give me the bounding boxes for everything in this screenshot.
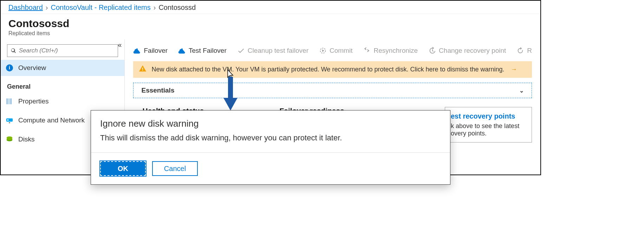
toolbar-more: R	[516, 47, 532, 55]
essentials-label: Essentials	[141, 87, 174, 94]
recovery-points-card[interactable]: est recovery points k above to see the l…	[445, 107, 532, 142]
breadcrumb: Dashboard › ContosoVault - Replicated it…	[1, 1, 540, 14]
search-icon	[11, 48, 16, 53]
page-subtitle: Replicated items	[8, 30, 533, 37]
svg-rect-5	[9, 122, 10, 124]
svg-rect-12	[228, 77, 233, 99]
cancel-button[interactable]: Cancel	[152, 161, 198, 176]
history-icon	[428, 47, 436, 55]
breadcrumb-current: Contosossd	[158, 4, 196, 12]
page-title: Contosossd	[8, 18, 533, 30]
toolbar-label: Change recovery point	[439, 47, 506, 55]
toolbar: Failover Test Failover Cleanup test fail…	[133, 44, 532, 58]
toolbar-resync: Resynchronize	[363, 47, 418, 55]
warning-text: New disk attached to the VM. Your VM is …	[151, 66, 504, 73]
svg-rect-0	[7, 99, 8, 104]
cloud-failover-icon	[133, 47, 141, 55]
svg-rect-1	[8, 99, 9, 104]
svg-point-8	[7, 138, 13, 140]
chevron-right-icon: ›	[154, 4, 156, 12]
ok-button[interactable]: OK	[100, 161, 146, 176]
breadcrumb-dashboard[interactable]: Dashboard	[8, 4, 43, 12]
arrow-right-icon: →	[511, 66, 517, 73]
dismiss-warning-dialog: Ignore new disk warning This will dismis…	[91, 110, 450, 185]
dialog-title: Ignore new disk warning	[100, 118, 441, 129]
annotation-arrow-icon	[223, 77, 238, 112]
svg-rect-4	[7, 119, 9, 121]
toolbar-label: Cleanup test failover	[248, 47, 308, 55]
toolbar-label: Commit	[330, 47, 352, 55]
sidebar-item-label: Disks	[18, 135, 34, 143]
sidebar-item-overview[interactable]: i Overview	[1, 60, 124, 76]
resync-icon	[363, 47, 371, 55]
collapse-sidebar-icon[interactable]: «	[118, 41, 122, 49]
svg-rect-10	[143, 68, 143, 70]
chevron-double-down-icon: ⌄	[519, 87, 524, 94]
properties-icon	[6, 97, 13, 105]
commit-icon	[319, 47, 327, 55]
toolbar-label: Test Failover	[189, 47, 227, 55]
toolbar-test-failover[interactable]: Test Failover	[178, 47, 227, 55]
breadcrumb-vault[interactable]: ContosoVault - Replicated items	[51, 4, 151, 12]
cloud-test-icon	[178, 47, 186, 55]
divider	[91, 152, 450, 153]
page-header: Contosossd Replicated items	[1, 14, 540, 39]
sidebar-item-label: Compute and Network	[18, 116, 85, 124]
sidebar-item-label: Properties	[18, 97, 49, 105]
refresh-icon	[516, 47, 524, 55]
toolbar-failover[interactable]: Failover	[133, 47, 168, 55]
warning-icon	[139, 65, 147, 74]
info-icon: i	[6, 64, 13, 72]
toolbar-label: R	[527, 47, 532, 55]
essentials-panel[interactable]: Essentials ⌄	[133, 83, 532, 98]
toolbar-change-rp: Change recovery point	[428, 47, 506, 55]
recovery-points-body: k above to see the latest overy points.	[451, 122, 526, 137]
toolbar-label: Failover	[144, 47, 168, 55]
recovery-points-title: est recovery points	[451, 112, 526, 120]
sidebar-section-general: General	[7, 83, 118, 90]
search-box[interactable]	[7, 44, 118, 57]
chevron-right-icon: ›	[46, 4, 48, 12]
svg-rect-11	[143, 70, 143, 71]
compute-icon	[6, 116, 13, 124]
svg-rect-2	[11, 99, 12, 104]
dialog-body: This will dismiss the add disk warning, …	[100, 133, 441, 142]
dialog-buttons: OK Cancel	[100, 161, 441, 176]
disks-icon	[6, 135, 13, 143]
sidebar-item-label: Overview	[18, 64, 46, 72]
sidebar-item-properties[interactable]: Properties	[1, 93, 124, 109]
search-input[interactable]	[19, 47, 114, 54]
toolbar-label: Resynchronize	[373, 47, 418, 55]
toolbar-commit: Commit	[319, 47, 352, 55]
toolbar-cleanup: Cleanup test failover	[237, 47, 308, 55]
checkmark-icon	[237, 47, 245, 55]
warning-banner[interactable]: New disk attached to the VM. Your VM is …	[133, 61, 532, 78]
